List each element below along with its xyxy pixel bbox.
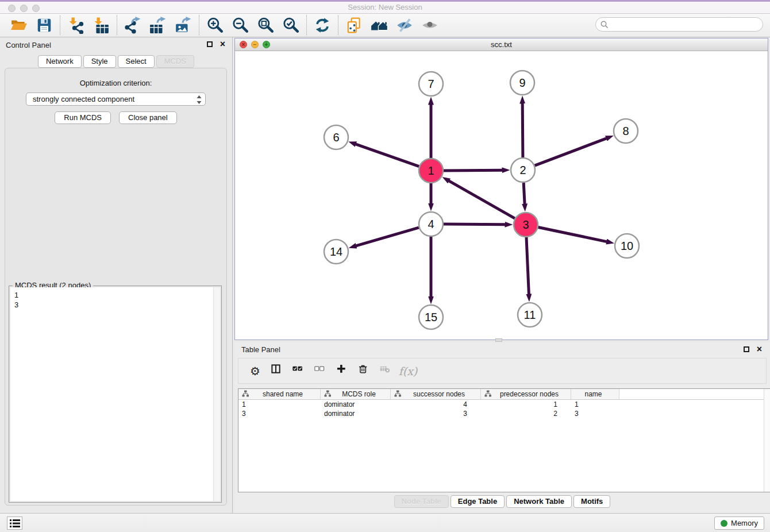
export-network-button[interactable] bbox=[122, 16, 143, 35]
tab-node-table[interactable]: Node Table bbox=[394, 495, 449, 508]
show-panel-eye-button[interactable] bbox=[419, 16, 440, 35]
float-panel-icon[interactable] bbox=[207, 41, 213, 47]
memory-label: Memory bbox=[731, 519, 758, 527]
split-panel-columns-button[interactable] bbox=[267, 362, 287, 380]
zoom-in-button[interactable] bbox=[205, 16, 225, 35]
graph-node-label-3: 3 bbox=[522, 218, 529, 231]
mcds-result-node: 3 bbox=[14, 300, 220, 310]
control-panel-title: Control Panel bbox=[6, 41, 51, 49]
table-scrollbar[interactable] bbox=[764, 389, 770, 492]
edge-3-1[interactable] bbox=[449, 181, 515, 218]
table-row[interactable]: 1dominator411 bbox=[238, 400, 770, 409]
tab-select[interactable]: Select bbox=[118, 55, 155, 68]
select-all-rows-button[interactable] bbox=[289, 362, 309, 380]
network-file-title: scc.txt bbox=[235, 40, 768, 49]
panel-splitter-handle[interactable] bbox=[495, 338, 502, 342]
table-cell[interactable]: 2 bbox=[481, 409, 571, 418]
dropdown-stepper-icon bbox=[197, 95, 202, 104]
table-row[interactable]: 3dominator323 bbox=[238, 409, 770, 418]
result-scrollbar[interactable] bbox=[213, 287, 220, 501]
mcds-result-group: MCDS result (2 nodes) 13 bbox=[9, 286, 222, 503]
table-cell[interactable]: dominator bbox=[321, 400, 391, 409]
home-view-icon bbox=[371, 17, 388, 34]
duplicate-network-button[interactable] bbox=[344, 16, 364, 35]
deselect-all-rows-icon bbox=[314, 364, 327, 378]
table-cell[interactable]: 3 bbox=[391, 409, 481, 418]
table-close-icon[interactable]: × bbox=[757, 344, 762, 354]
table-toolbar: ⚙f(x) bbox=[238, 358, 767, 384]
close-panel-button[interactable]: Close panel bbox=[119, 111, 177, 124]
delete-table-button bbox=[376, 362, 396, 380]
column-header-MCDS-role[interactable]: MCDS role bbox=[321, 389, 391, 399]
column-label: MCDS role bbox=[331, 390, 390, 398]
edge-2-3[interactable] bbox=[523, 183, 525, 204]
mcds-panel: Optimization criterion: strongly connect… bbox=[5, 68, 227, 506]
add-column-button[interactable] bbox=[333, 362, 352, 380]
table-cell[interactable]: 4 bbox=[391, 400, 481, 409]
save-session-button[interactable] bbox=[34, 16, 55, 35]
hide-panel-eye-icon bbox=[396, 17, 413, 34]
graph-node-label-9: 9 bbox=[519, 76, 525, 89]
table-cell[interactable]: 1 bbox=[238, 400, 321, 409]
main-toolbar bbox=[0, 14, 770, 37]
column-header-name[interactable]: name bbox=[571, 389, 619, 399]
session-list-button[interactable] bbox=[7, 516, 22, 530]
import-network-button[interactable] bbox=[66, 16, 86, 35]
network-graph-canvas[interactable]: 1234678910111415 bbox=[235, 51, 768, 340]
memory-button[interactable]: Memory bbox=[714, 516, 764, 530]
column-header-successor-nodes[interactable]: successor nodes bbox=[391, 389, 481, 399]
tab-style[interactable]: Style bbox=[83, 55, 116, 68]
hide-panel-eye-button[interactable] bbox=[394, 16, 415, 35]
column-settings-gear-button[interactable]: ⚙ bbox=[245, 362, 265, 380]
table-cell[interactable]: dominator bbox=[321, 409, 391, 418]
edge-4-3[interactable] bbox=[444, 224, 505, 225]
close-panel-icon[interactable]: × bbox=[220, 39, 225, 49]
column-header-predecessor-nodes[interactable]: predecessor nodes bbox=[481, 389, 571, 399]
export-table-button[interactable] bbox=[148, 16, 168, 35]
import-table-button[interactable] bbox=[91, 16, 111, 35]
graph-node-label-7: 7 bbox=[428, 78, 434, 90]
home-view-button[interactable] bbox=[369, 16, 390, 35]
open-session-button[interactable] bbox=[9, 16, 29, 35]
edge-3-10[interactable] bbox=[538, 228, 607, 242]
tab-mcds[interactable]: MCDS bbox=[156, 55, 194, 68]
network-window-titlebar[interactable]: × − + scc.txt bbox=[235, 38, 768, 51]
mcds-result-list[interactable]: 13 bbox=[10, 287, 220, 501]
refresh-view-icon bbox=[314, 17, 331, 34]
save-session-icon bbox=[36, 17, 53, 34]
search-input[interactable] bbox=[611, 19, 757, 30]
edge-4-14[interactable] bbox=[356, 228, 419, 246]
tab-edge-table[interactable]: Edge Table bbox=[451, 495, 505, 508]
zoom-in-icon bbox=[206, 17, 224, 34]
table-cell[interactable]: 3 bbox=[238, 409, 321, 418]
tab-motifs[interactable]: Motifs bbox=[573, 495, 610, 508]
search-box[interactable] bbox=[595, 17, 763, 32]
table-cell[interactable]: 1 bbox=[481, 400, 571, 409]
zoom-fit-button[interactable] bbox=[255, 16, 276, 35]
tab-network[interactable]: Network bbox=[38, 55, 82, 68]
edge-3-11[interactable] bbox=[526, 237, 529, 294]
delete-column-button[interactable] bbox=[355, 362, 374, 380]
zoom-out-button[interactable] bbox=[230, 16, 251, 35]
tab-network-table[interactable]: Network Table bbox=[506, 495, 572, 508]
criterion-dropdown[interactable]: strongly connected component bbox=[26, 92, 206, 106]
node-table[interactable]: shared nameMCDS rolesuccessor nodesprede… bbox=[238, 388, 770, 492]
edge-2-8[interactable] bbox=[535, 138, 607, 165]
edge-1-6[interactable] bbox=[356, 144, 419, 167]
table-cell[interactable]: 3 bbox=[571, 409, 619, 418]
edge-2-9[interactable] bbox=[522, 103, 523, 157]
refresh-view-button[interactable] bbox=[312, 16, 333, 35]
table-cell[interactable]: 1 bbox=[571, 400, 619, 409]
graph-node-label-14: 14 bbox=[330, 245, 342, 258]
apply-function-button: f(x) bbox=[398, 362, 418, 380]
export-image-button[interactable] bbox=[173, 16, 194, 35]
table-float-icon[interactable] bbox=[744, 346, 749, 352]
edge-1-2[interactable] bbox=[444, 170, 502, 171]
column-header-shared-name[interactable]: shared name bbox=[238, 389, 321, 399]
zoom-selected-button[interactable] bbox=[280, 16, 301, 35]
run-mcds-button[interactable]: Run MCDS bbox=[55, 111, 111, 124]
graph-node-label-4: 4 bbox=[428, 218, 434, 230]
criterion-value: strongly connected component bbox=[33, 95, 134, 103]
deselect-all-rows-button[interactable] bbox=[311, 362, 330, 380]
apply-function-icon: f(x) bbox=[399, 365, 418, 377]
